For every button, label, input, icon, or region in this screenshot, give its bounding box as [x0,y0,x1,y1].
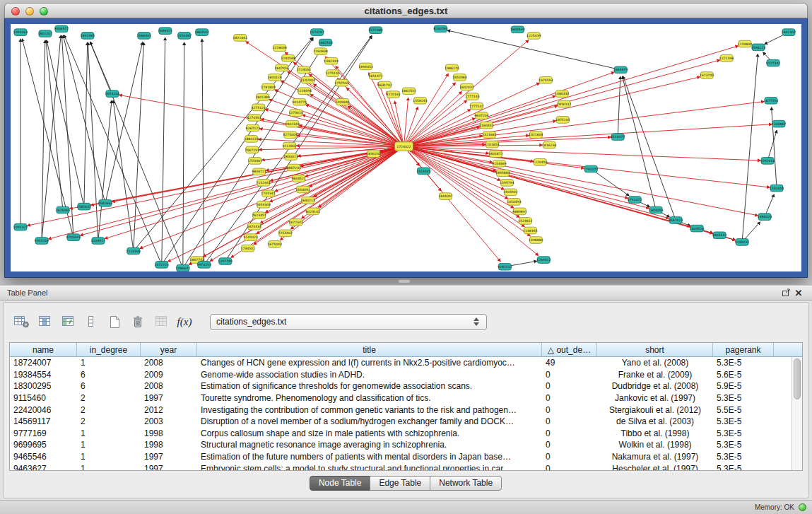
citation-edge-red[interactable] [259,146,404,150]
graph-node[interactable]: 9154469 [492,160,507,167]
citation-edge-red[interactable] [404,98,408,146]
column-header-6[interactable]: pagerank [713,343,774,356]
table-mode-button[interactable] [12,313,30,331]
graph-node[interactable]: 1514545 [416,168,431,175]
graph-node[interactable]: 9406577 [54,25,69,33]
graph-node[interactable]: 1275141 [325,70,340,77]
graph-node[interactable]: 1705341 [261,190,276,197]
citation-edge-red[interactable] [404,146,736,240]
graph-node[interactable]: 9582015 [669,217,683,224]
graph-node[interactable]: 1604528 [690,225,705,232]
graph-node[interactable]: 4275009 [283,132,298,139]
graph-node[interactable]: 1672341 [288,219,303,226]
citation-edge[interactable] [162,37,165,264]
graph-node[interactable]: 5572388 [368,27,383,34]
graph-node[interactable]: 1724034 [296,66,311,74]
citation-edge[interactable] [591,169,629,196]
window-titlebar[interactable]: citations_edges.txt [4,3,808,18]
graph-node[interactable]: 7152441 [256,179,271,186]
graph-node[interactable]: 1804059 [649,206,664,214]
graph-node[interactable]: 9705443 [66,234,81,241]
graph-node[interactable]: 1616230 [542,141,557,148]
graph-node[interactable]: 1688321 [158,28,173,35]
tab-edge-table[interactable]: Edge Table [370,476,430,491]
table-row[interactable]: 946554611997Estimation of the future num… [10,451,792,463]
graph-node[interactable]: 1498880 [529,237,543,244]
graph-node[interactable]: 1801389 [255,94,270,101]
graph-node[interactable]: 1554092 [295,186,310,193]
citation-edge[interactable] [98,100,112,240]
graph-node[interactable]: 2626065 [56,206,71,214]
graph-node[interactable]: 8519077 [611,134,625,141]
graph-node[interactable]: 1830021 [283,153,298,160]
graph-node[interactable]: 1670434 [247,223,261,230]
graph-node[interactable]: 2072722 [155,261,170,268]
graph-node[interactable]: 7850312 [557,100,572,107]
tab-network-table[interactable]: Network Table [430,476,502,491]
citation-edge-red[interactable] [81,146,404,235]
graph-node[interactable]: 4270331 [247,115,261,122]
citation-edge-red[interactable] [404,146,761,160]
citation-edge[interactable] [767,130,777,160]
graph-node[interactable]: 2115505 [126,247,141,255]
graph-node[interactable]: 9023145 [305,208,320,215]
row-height-button[interactable] [82,313,100,331]
graph-node[interactable]: 1654309 [256,201,271,208]
graph-node[interactable]: 1601672 [488,151,503,158]
graph-node[interactable]: 9213302 [282,142,297,149]
graph-node[interactable]: 8130764 [433,25,448,33]
network-canvas[interactable]: 1724022122803822405881847456180012817818… [11,24,801,271]
column-header-3[interactable]: title [197,343,542,356]
column-header-0[interactable]: name [10,343,77,356]
graph-node[interactable]: 9281512 [498,263,512,270]
graph-node[interactable]: 1662533 [318,39,333,46]
graph-node[interactable]: 9631702 [377,81,392,88]
graph-node[interactable]: 1662532 [401,88,416,95]
graph-node[interactable]: 1894053 [358,63,373,70]
graph-node[interactable]: 9014770 [292,98,307,105]
graph-node[interactable]: 1598223 [751,44,766,51]
tab-node-table[interactable]: Node Table [310,476,371,491]
minimize-button[interactable] [25,7,34,16]
citation-edge-red[interactable] [404,124,772,146]
citation-edge-red[interactable] [404,72,614,146]
citation-edge-red[interactable] [394,101,404,146]
graph-node[interactable]: 7567233 [245,146,259,153]
graph-node[interactable]: 1142004 [300,76,315,83]
citation-edge-red[interactable] [404,46,739,146]
citation-edge-red[interactable] [404,74,449,146]
graph-node[interactable]: 1204867 [772,120,787,127]
citation-edge-red[interactable] [404,146,669,218]
graph-node[interactable]: 1850980 [452,74,467,81]
table-row[interactable]: 2242004622012Investigating the contribut… [10,404,792,416]
graph-node[interactable]: 9145023 [243,234,258,241]
graph-node[interactable]: 1273410 [288,110,303,117]
graph-node[interactable]: 1602031 [459,83,474,90]
table-row[interactable]: 969969511998Structural magnetic resonanc… [10,439,792,451]
graph-node[interactable]: 9637204 [474,112,489,119]
graph-node[interactable]: 1201654 [485,141,500,148]
graph-node[interactable]: 9889891 [512,208,527,215]
citation-edge[interactable] [46,40,63,210]
graph-node[interactable]: 1973745 [700,72,714,79]
citation-edge-red[interactable] [140,146,404,248]
citation-edge[interactable] [183,42,184,268]
column-header-4[interactable]: △ out_de… [542,343,597,356]
graph-node[interactable]: 1094463 [13,29,28,36]
graph-node[interactable]: 9245032 [735,239,750,246]
graph-node[interactable]: 1777147 [469,103,484,110]
graph-node[interactable]: 1974593 [539,76,553,83]
graph-node[interactable]: 7623451 [252,212,266,219]
graph-node[interactable]: 9973253 [197,261,212,268]
graph-node[interactable]: 1651472 [368,73,383,80]
graph-node[interactable]: 1800128 [267,74,282,81]
graph-node[interactable]: 6791072 [628,197,642,204]
column-header-1[interactable]: in_degree [77,343,141,356]
graph-node[interactable]: 1504902 [503,189,518,196]
graph-hub-node[interactable]: 1724022 [395,142,413,151]
graph-node[interactable]: 7253402 [278,230,293,237]
graph-node[interactable]: 1297740 [218,258,233,265]
table-selector[interactable]: citations_edges.txt [210,314,487,330]
close-panel-button[interactable]: ✕ [792,287,805,298]
graph-node[interactable]: 1228038 [272,45,287,52]
